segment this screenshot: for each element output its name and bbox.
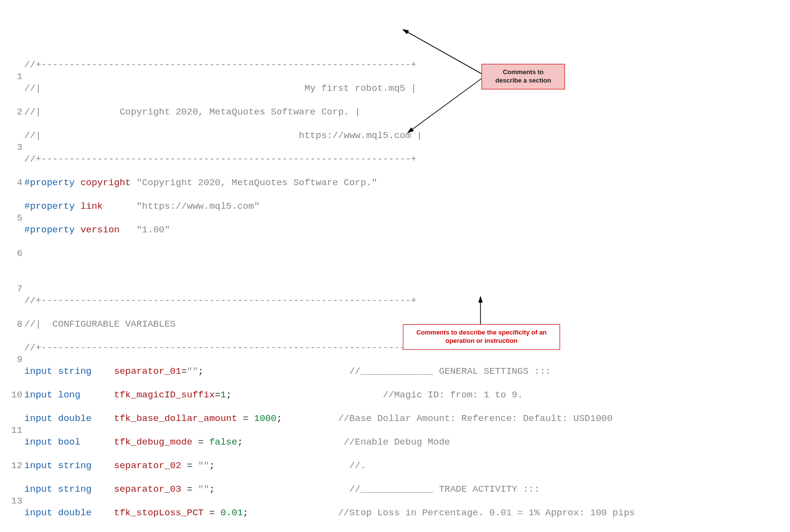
code-content[interactable]: //+-------------------------------------… [25, 47, 790, 532]
code-line: input string separator_02 = ""; //. [25, 460, 790, 472]
identifier: separator_03 [91, 484, 181, 495]
line-number: 12 [0, 460, 23, 472]
punct: ; [209, 484, 215, 495]
comment: Copyright 2020, MetaQuotes Software Corp… [119, 107, 360, 117]
line-number: 4 [0, 177, 23, 189]
comment: https://www.mql5.com | [299, 130, 422, 141]
operator: = [181, 460, 198, 471]
comment: //+-------------------------------------… [25, 154, 417, 165]
identifier: tfk_debug_mode [81, 437, 193, 448]
keyword: input double [25, 413, 92, 424]
code-line [25, 271, 790, 283]
punct: ; [237, 437, 243, 448]
operator: = [215, 390, 220, 400]
punct: ; [226, 390, 231, 400]
line-number: 5 [0, 212, 23, 224]
operator: = [203, 507, 220, 518]
callout-instruction-comments: Comments to describe the specificity of … [403, 324, 560, 350]
callout-section-comments: Comments to describe a section [481, 64, 565, 89]
comment: //Base Dollar Amount: Reference: Default… [282, 413, 613, 424]
number: 1000 [254, 413, 277, 424]
line-number: 9 [0, 354, 23, 365]
comment: My first robot.mq5 | [305, 83, 417, 94]
comment: //_____________ GENERAL SETTINGS ::: [204, 366, 551, 377]
identifier: version [81, 224, 137, 235]
comment: //+-------------------------------------… [25, 59, 417, 70]
string-literal: "https://www.mql5.com" [137, 201, 260, 212]
code-line: input double tfk_stopLoss_PCT = 0.01; //… [25, 507, 790, 519]
operator: = [181, 366, 187, 377]
identifier: tfk_base_dollar_amount [91, 413, 237, 424]
string-literal: "" [187, 366, 198, 377]
line-number: 11 [0, 424, 23, 436]
bool-literal: false [209, 437, 237, 448]
line-number-gutter: 1 2 3 4 5 6 7 8 9 10 11 12 13 14 15 16 1… [0, 47, 25, 532]
comment: //_____________ TRADE ACTIVITY ::: [215, 484, 539, 495]
comment: //. [215, 460, 366, 471]
line-number: 8 [0, 318, 23, 330]
identifier: link [81, 201, 137, 212]
code-line: //| My first robot.mq5 | [25, 83, 790, 94]
string-literal: "1.00" [137, 224, 170, 235]
punct: ; [243, 507, 248, 518]
code-editor: 1 2 3 4 5 6 7 8 9 10 11 12 13 14 15 16 1… [0, 47, 790, 532]
line-number: 10 [0, 389, 23, 401]
comment: //+-------------------------------------… [25, 295, 417, 306]
identifier: tfk_magicID_suffix [81, 390, 215, 400]
identifier: separator_02 [91, 460, 181, 471]
code-line: //+-------------------------------------… [25, 153, 790, 165]
code-line: //+-------------------------------------… [25, 295, 790, 307]
punct: ; [209, 460, 215, 471]
code-line: input long tfk_magicID_suffix=1; //Magic… [25, 389, 790, 401]
comment: //| [25, 83, 305, 94]
keyword: input long [25, 390, 81, 400]
operator: = [193, 437, 209, 448]
comment: //| CONFIGURABLE VARIABLES [25, 319, 176, 330]
line-number: 13 [0, 495, 23, 507]
preprocessor: #property [25, 177, 81, 188]
comment: //| [25, 107, 120, 117]
keyword: input string [25, 460, 92, 471]
string-literal: "Copyright 2020, MetaQuotes Software Cor… [137, 177, 377, 188]
code-line: //+-------------------------------------… [25, 59, 790, 71]
line-number: 7 [0, 283, 23, 295]
operator: = [181, 484, 198, 495]
string-literal: "" [198, 460, 209, 471]
code-line [25, 248, 790, 259]
line-number: 6 [0, 248, 23, 259]
line-number: 1 [0, 71, 23, 83]
string-literal: "" [198, 484, 209, 495]
keyword: input string [25, 366, 92, 377]
comment: //+-------------------------------------… [25, 342, 417, 353]
preprocessor: #property [25, 224, 81, 235]
punct: ; [277, 413, 282, 424]
identifier: separator_01 [91, 366, 181, 377]
number: 1 [221, 390, 226, 400]
comment: //Magic ID: from: 1 to 9. [232, 390, 523, 400]
code-line: input bool tfk_debug_mode = false; //Ena… [25, 436, 790, 448]
code-line: #property version "1.00" [25, 224, 790, 236]
identifier: copyright [81, 177, 137, 188]
comment: //Enable Debug Mode [243, 437, 450, 448]
keyword: input string [25, 484, 92, 495]
comment: //Stop Loss in Percentage. 0.01 = 1% App… [249, 507, 635, 518]
keyword: input double [25, 507, 92, 518]
line-number: 3 [0, 141, 23, 153]
identifier: tfk_stopLoss_PCT [91, 507, 203, 518]
operator: = [237, 413, 254, 424]
code-line: //| https://www.mql5.com | [25, 130, 790, 141]
code-line: input string separator_01=""; //________… [25, 365, 790, 377]
code-line: input string separator_03 = ""; //______… [25, 483, 790, 495]
code-line: //| Copyright 2020, MetaQuotes Software … [25, 106, 790, 118]
line-number: 2 [0, 106, 23, 118]
code-line: input double tfk_base_dollar_amount = 10… [25, 413, 790, 424]
number: 0.01 [221, 507, 243, 518]
code-line: #property copyright "Copyright 2020, Met… [25, 177, 790, 189]
code-line: #property link "https://www.mql5.com" [25, 200, 790, 212]
punct: ; [198, 366, 203, 377]
keyword: input bool [25, 437, 81, 448]
preprocessor: #property [25, 201, 81, 212]
comment: //| [25, 130, 299, 141]
